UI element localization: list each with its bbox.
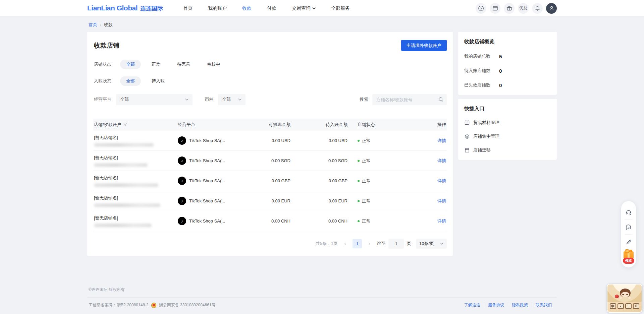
- tiktok-icon: ♪: [178, 217, 186, 225]
- table-row: [暂无店铺名] ♪ TikTok Shop SA(... 0.00 USD 0.…: [93, 131, 447, 151]
- shop-name: [暂无店铺名]: [94, 135, 176, 141]
- entry-status-option-pending[interactable]: 待入账: [146, 76, 171, 86]
- withdrawable-amount: 0.00 SGD: [241, 158, 291, 163]
- ime-fullwidth-toggle[interactable]: ◗: [618, 303, 624, 309]
- apply-overseas-account-button[interactable]: 申请境外收款账户: [401, 40, 447, 51]
- withdrawable-amount: 0.00 GBP: [241, 178, 291, 183]
- breadcrumb-separator: /: [100, 22, 101, 27]
- chat-icon[interactable]: [621, 220, 636, 235]
- ime-skin-illustration: [607, 285, 642, 302]
- prev-page-button[interactable]: ‹: [342, 241, 348, 247]
- chevron-down-icon: [238, 99, 241, 101]
- jump-page-input[interactable]: [388, 239, 404, 249]
- breadcrumb-home-link[interactable]: 首页: [89, 22, 97, 28]
- page-size-select[interactable]: 10条/页: [416, 239, 447, 249]
- next-page-button[interactable]: ›: [367, 241, 372, 247]
- chevron-down-icon: [312, 7, 316, 9]
- help-icon[interactable]: ?: [476, 3, 486, 14]
- pending-amount: 0.00 SGD: [291, 158, 348, 163]
- page-unit-label: 页: [407, 241, 411, 247]
- svg-text:?: ?: [480, 6, 482, 10]
- detail-link[interactable]: 详情: [437, 158, 446, 163]
- quick-link-label: 贸易材料管理: [473, 120, 499, 126]
- youdui-badge[interactable]: 优兑: [518, 3, 529, 14]
- footer-link-contact[interactable]: 联系我们: [532, 302, 555, 308]
- currency-select[interactable]: 全部: [218, 94, 246, 105]
- shop-status-option-reviewing[interactable]: 审核中: [201, 60, 226, 69]
- detail-link[interactable]: 详情: [437, 198, 446, 203]
- shop-status-option-incomplete[interactable]: 待完善: [171, 60, 196, 69]
- gift-icon[interactable]: [504, 3, 515, 14]
- shop-name: [暂无店铺名]: [94, 175, 176, 181]
- pending-amount: 0.00 EUR: [291, 198, 348, 203]
- customer-service-headset-icon[interactable]: [621, 205, 636, 220]
- reward-gift-button[interactable]: 领取: [621, 250, 636, 265]
- bell-icon[interactable]: [532, 3, 543, 14]
- footer-link-about[interactable]: 了解连连: [461, 302, 484, 308]
- layers-icon: [464, 134, 470, 139]
- shop-status-label: 店铺状态: [94, 61, 120, 67]
- platform-select[interactable]: 全部: [116, 94, 193, 105]
- lianlian-logo[interactable]: LianLian Global 连连国际: [87, 4, 163, 12]
- detail-link[interactable]: 详情: [437, 218, 446, 224]
- col-shop-account: 店铺/收款账户: [94, 122, 121, 128]
- shop-name: [暂无店铺名]: [94, 215, 176, 221]
- breadcrumb: 首页 / 收款: [87, 16, 557, 32]
- entry-status-option-all[interactable]: 全部: [120, 76, 141, 86]
- overview-item: 待入账店铺数 0: [464, 68, 551, 74]
- entry-status-label: 入账状态: [94, 78, 120, 84]
- redacted-company-name: [94, 224, 152, 227]
- redacted-company-name: [94, 163, 148, 167]
- overview-value: 0: [499, 68, 502, 74]
- quick-link-shop-migration[interactable]: 店铺迁移: [464, 147, 551, 153]
- overview-label: 待入账店铺数: [464, 68, 499, 74]
- table-row: [暂无店铺名] ♪ TikTok Shop SA(... 0.00 CNH 0.…: [93, 211, 447, 231]
- user-avatar[interactable]: [546, 3, 557, 14]
- nav-item-all-services[interactable]: 全部服务: [331, 5, 350, 11]
- withdrawable-amount: 0.00 CNH: [241, 218, 291, 224]
- search-icon[interactable]: [438, 97, 443, 103]
- nav-item-home[interactable]: 首页: [183, 5, 193, 11]
- page-1-button[interactable]: 1: [353, 239, 362, 248]
- nav-item-account[interactable]: 我的账户: [208, 5, 227, 11]
- police-record-number: 浙公网安备 33010802004661号: [159, 302, 216, 308]
- overview-value: 0: [499, 82, 502, 88]
- footer-link-terms[interactable]: 服务协议: [484, 302, 508, 308]
- nav-item-pay[interactable]: 付款: [267, 5, 276, 11]
- calendar-icon[interactable]: [490, 3, 500, 14]
- filter-funnel-icon[interactable]: [123, 122, 127, 127]
- redacted-company-name: [94, 143, 154, 147]
- nav-item-receive[interactable]: 收款: [242, 5, 252, 11]
- ime-punctuation-toggle[interactable]: ’,: [625, 303, 632, 309]
- tiktok-icon: ♪: [178, 156, 186, 165]
- page-title: 收款店铺: [94, 41, 119, 50]
- shops-table: 店铺/收款账户 经营平台 可提现金额 待入账金额 店铺状态 操作: [93, 119, 447, 231]
- status-text: 正常: [362, 158, 371, 164]
- copyright-text: ©连连国际 版权所有: [87, 287, 557, 297]
- feedback-pencil-icon[interactable]: [621, 235, 636, 249]
- redacted-company-name: [94, 203, 160, 207]
- pending-amount: 0.00 GBP: [291, 178, 348, 183]
- table-row: [暂无店铺名] ♪ TikTok Shop SA(... 0.00 GBP 0.…: [93, 171, 447, 191]
- quick-entry-card: 快捷入口 贸易材料管理 店铺集中管理: [458, 99, 557, 160]
- nav-item-transactions[interactable]: 交易查询: [292, 5, 316, 11]
- search-input[interactable]: [372, 94, 447, 105]
- floating-action-panel: 领取: [621, 201, 636, 267]
- quick-link-trade-materials[interactable]: 贸易材料管理: [464, 120, 551, 126]
- status-dot: [358, 220, 360, 222]
- book-icon: [464, 120, 470, 126]
- main-nav: 首页 我的账户 收款 付款 交易查询 全部服务: [183, 5, 350, 11]
- detail-link[interactable]: 详情: [437, 138, 446, 143]
- footer-link-privacy[interactable]: 隐私政策: [508, 302, 532, 308]
- shop-status-option-all[interactable]: 全部: [120, 60, 141, 69]
- ime-shape-toggle[interactable]: O: [633, 303, 639, 309]
- quick-link-shop-central-management[interactable]: 店铺集中管理: [464, 133, 551, 139]
- logo-text-en: LianLian Global: [87, 4, 138, 12]
- col-withdrawable: 可提现金额: [241, 122, 291, 128]
- detail-link[interactable]: 详情: [437, 178, 446, 183]
- breadcrumb-current: 收款: [104, 22, 113, 28]
- ime-lang-toggle[interactable]: 中: [610, 303, 616, 309]
- shop-status-option-normal[interactable]: 正常: [146, 60, 166, 69]
- tiktok-icon: ♪: [178, 136, 186, 145]
- status-text: 正常: [362, 218, 371, 224]
